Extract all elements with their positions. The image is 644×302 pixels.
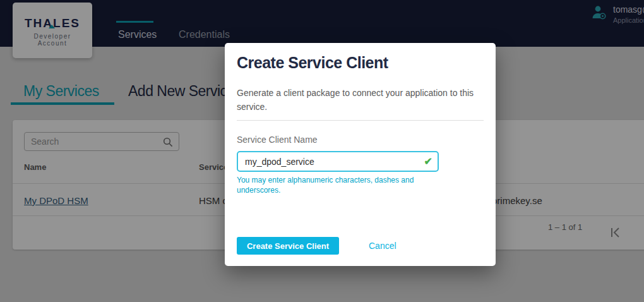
dialog-title: Create Service Client (237, 54, 388, 72)
cancel-button[interactable]: Cancel (365, 237, 400, 255)
field-helper-text: You may enter alphanumeric characters, d… (237, 175, 432, 195)
service-client-name-field: ✔ (237, 151, 439, 172)
dialog-divider (237, 120, 484, 121)
create-service-client-dialog: Create Service Client Generate a client … (225, 43, 496, 266)
dialog-description: Generate a client package to connect you… (237, 86, 484, 114)
valid-check-icon: ✔ (424, 155, 432, 167)
service-client-name-label: Service Client Name (237, 135, 318, 145)
create-service-client-button[interactable]: Create Service Client (237, 237, 339, 255)
service-client-name-input[interactable] (238, 152, 438, 171)
